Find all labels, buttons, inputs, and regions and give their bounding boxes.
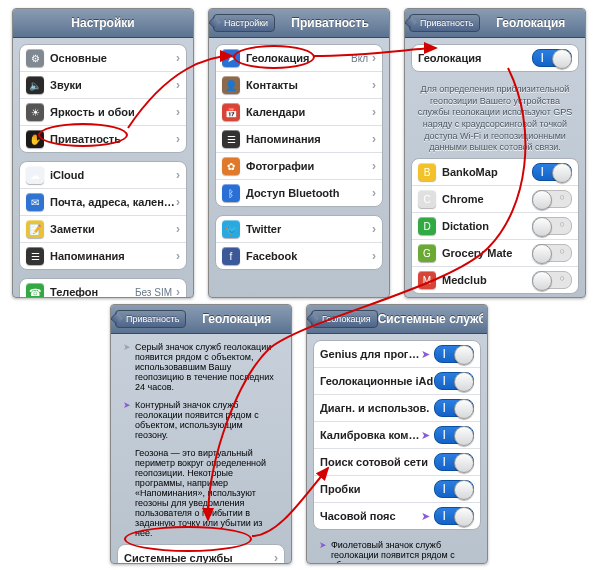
chevron-right-icon: › xyxy=(372,51,376,65)
row-label: Фотографии xyxy=(246,160,372,172)
sun-icon: ☀ xyxy=(26,103,44,121)
back-button[interactable]: Приватность xyxy=(409,14,480,32)
flower-icon: ✿ xyxy=(222,157,240,175)
toggle-switch[interactable] xyxy=(434,507,474,525)
settings-row[interactable]: MMedclub xyxy=(412,266,578,293)
geofence-note: Геозона — это виртуальный периметр вокру… xyxy=(117,446,285,544)
chevron-right-icon: › xyxy=(176,195,180,209)
settings-row[interactable]: DDictation xyxy=(412,212,578,239)
row-label: Dictation xyxy=(442,220,532,232)
phone-icon: ☎ xyxy=(26,283,44,298)
settings-row[interactable]: Genius для программ➤ xyxy=(314,341,480,367)
page-title: Настройки xyxy=(17,16,189,30)
row-label: Яркость и обои xyxy=(50,106,176,118)
list-icon: ☰ xyxy=(222,130,240,148)
bird-icon: 🐦 xyxy=(222,220,240,238)
settings-row[interactable]: BBankoMap xyxy=(412,159,578,185)
settings-row[interactable]: Поиск сотовой сети xyxy=(314,448,480,475)
row-label: Геолокационные iAd xyxy=(320,375,434,387)
chevron-right-icon: › xyxy=(176,222,180,236)
row-label: Напоминания xyxy=(246,133,372,145)
toggle-switch[interactable] xyxy=(434,453,474,471)
f-icon: f xyxy=(222,247,240,265)
toggle-switch[interactable] xyxy=(434,372,474,390)
settings-row[interactable]: ☰Напоминания› xyxy=(216,125,382,152)
system-services-row[interactable]: Системные службы › xyxy=(118,545,284,564)
row-label: Facebook xyxy=(246,250,372,262)
toggle-switch[interactable] xyxy=(532,244,572,262)
row-value: Без SIM xyxy=(135,287,172,298)
row-label: Доступ Bluetooth xyxy=(246,187,372,199)
settings-row[interactable]: ☎ТелефонБез SIM› xyxy=(20,279,186,298)
titlebar: Настройки xyxy=(13,9,193,38)
row-label: Геолокация xyxy=(418,52,532,64)
settings-row[interactable]: 🔈Звуки› xyxy=(20,71,186,98)
settings-row[interactable]: ➤ГеолокацияВкл› xyxy=(216,45,382,71)
page-title: Приватность xyxy=(275,16,385,30)
row-label: Календари xyxy=(246,106,372,118)
settings-row[interactable]: 📝Заметки› xyxy=(20,215,186,242)
chevron-right-icon: › xyxy=(372,159,376,173)
C-icon: C xyxy=(418,190,436,208)
row-label: Приватность xyxy=(50,133,176,145)
settings-row[interactable]: Часовой пояс➤ xyxy=(314,502,480,529)
location-arrow-icon: ➤ xyxy=(421,348,430,361)
settings-row[interactable]: ⚙Основные› xyxy=(20,45,186,71)
row-label: Поиск сотовой сети xyxy=(320,456,434,468)
settings-row[interactable]: ☰Напоминания› xyxy=(20,242,186,269)
row-label: Калибровка компаса xyxy=(320,429,421,441)
settings-row[interactable]: ☀Яркость и обои› xyxy=(20,98,186,125)
location-master-row[interactable]: Геолокация xyxy=(412,45,578,71)
row-label: Grocery Mate xyxy=(442,247,532,259)
settings-row[interactable]: ✉Почта, адреса, календари› xyxy=(20,188,186,215)
chevron-right-icon: › xyxy=(372,186,376,200)
page-title: Геолокация xyxy=(186,312,287,326)
tutorial-canvas: Настройки ⚙Основные›🔈Звуки›☀Яркость и об… xyxy=(8,8,592,562)
toggle-switch[interactable] xyxy=(532,217,572,235)
B-icon: B xyxy=(418,163,436,181)
settings-row[interactable]: Диагн. и использов. xyxy=(314,394,480,421)
settings-row[interactable]: ✿Фотографии› xyxy=(216,152,382,179)
cal-icon: 📅 xyxy=(222,103,240,121)
toggle-switch[interactable] xyxy=(532,190,572,208)
mail-icon: ✉ xyxy=(26,193,44,211)
chevron-right-icon: › xyxy=(176,105,180,119)
settings-row[interactable]: ☁iCloud› xyxy=(20,162,186,188)
settings-row[interactable]: ᛒДоступ Bluetooth› xyxy=(216,179,382,206)
M-icon: M xyxy=(418,271,436,289)
settings-row[interactable]: Калибровка компаса➤ xyxy=(314,421,480,448)
toggle-switch[interactable] xyxy=(434,426,474,444)
chevron-right-icon: › xyxy=(274,551,278,564)
row-label: Системные службы xyxy=(124,552,274,564)
row-label: Chrome xyxy=(442,193,532,205)
settings-row[interactable]: 🐦Twitter› xyxy=(216,216,382,242)
toggle-switch[interactable] xyxy=(434,480,474,498)
row-label: Пробки xyxy=(320,483,434,495)
back-button[interactable]: Настройки xyxy=(213,14,275,32)
explanatory-note: ➤Серый значок служб геолокации появится … xyxy=(117,340,285,398)
toggle-switch[interactable] xyxy=(434,399,474,417)
settings-row[interactable]: ✋Приватность› xyxy=(20,125,186,152)
location-arrow-icon: ➤ xyxy=(123,400,131,410)
toggle-switch[interactable] xyxy=(532,163,572,181)
chevron-right-icon: › xyxy=(372,222,376,236)
settings-row[interactable]: Пробки xyxy=(314,475,480,502)
row-label: BankoMap xyxy=(442,166,532,178)
row-label: iCloud xyxy=(50,169,176,181)
row-label: Почта, адреса, календари xyxy=(50,196,176,208)
settings-row[interactable]: CChrome xyxy=(412,185,578,212)
arrow-icon: ➤ xyxy=(222,49,240,67)
row-label: Телефон xyxy=(50,286,135,298)
back-button[interactable]: Приватность xyxy=(115,310,186,328)
toggle-switch[interactable] xyxy=(532,271,572,289)
toggle-switch[interactable] xyxy=(434,345,474,363)
settings-row[interactable]: 👤Контакты› xyxy=(216,71,382,98)
settings-row[interactable]: Геолокационные iAd xyxy=(314,367,480,394)
back-button[interactable]: Геолокация xyxy=(311,310,378,328)
settings-row[interactable]: fFacebook› xyxy=(216,242,382,269)
settings-row[interactable]: 📅Календари› xyxy=(216,98,382,125)
explanatory-note: ➤Контурный значок служб геолокации появи… xyxy=(117,398,285,446)
phone-system-services: Геолокация Системные службы Genius для п… xyxy=(306,304,488,564)
settings-row[interactable]: GGrocery Mate xyxy=(412,239,578,266)
toggle-switch[interactable] xyxy=(532,49,572,67)
